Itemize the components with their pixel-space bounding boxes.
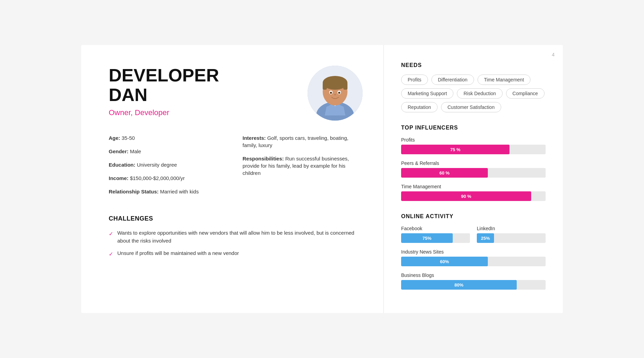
influencer-peers: Peers & Referrals 60 % [401, 160, 546, 178]
detail-interests: Interests: Golf, sports cars, traveling,… [243, 134, 363, 149]
influencer-time-value: 90 % [461, 194, 471, 199]
detail-responsibilities: Responsibilities: Run successful busines… [243, 155, 363, 177]
detail-age: Age: 35-50 [109, 134, 229, 142]
detail-income: Income: $150,000-$2,000,000/yr [109, 175, 229, 182]
detail-education: Education: University degree [109, 161, 229, 168]
activity-facebook-label: Facebook [401, 226, 470, 231]
right-panel: NEEDS Profits Differentiation Time Manag… [384, 45, 563, 313]
svg-rect-7 [323, 83, 327, 90]
influencer-peers-value: 60 % [439, 170, 450, 176]
influencer-time-label: Time Management [401, 184, 546, 189]
activity-linkedin-fill: 25% [477, 233, 494, 243]
persona-role: Owner, Developer [109, 108, 294, 117]
activity-facebook-value: 75% [422, 236, 431, 241]
needs-section: NEEDS Profits Differentiation Time Manag… [401, 62, 546, 112]
activity-linkedin: LinkedIn 25% [477, 226, 546, 243]
checkmark-icon-1: ✓ [109, 230, 113, 238]
profile-section: DEVELOPER DAN Owner, Developer [109, 66, 363, 121]
tag-risk-deduction: Risk Deduction [457, 88, 502, 99]
activity-facebook-fill: 75% [401, 233, 453, 243]
activity-blogs-value: 80% [454, 282, 463, 288]
needs-title: NEEDS [401, 62, 546, 68]
activity-industry-bar: 60% [401, 257, 546, 266]
influencer-profits-fill: 75 % [401, 145, 509, 154]
influencers-title: TOP INFLUENCERS [401, 125, 546, 131]
activity-industry-label: Industry News Sites [401, 249, 546, 255]
influencer-time: Time Management 90 % [401, 184, 546, 201]
activity-linkedin-value: 25% [481, 236, 490, 241]
activity-blogs-fill: 80% [401, 280, 517, 290]
activity-blogs-bar: 80% [401, 280, 546, 290]
influencer-peers-fill: 60 % [401, 168, 488, 178]
online-activity-section: ONLINE ACTIVITY Facebook 75% LinkedIn 25… [401, 213, 546, 290]
activity-business-blogs: Business Blogs 80% [401, 272, 546, 290]
tag-customer-satisfaction: Customer Satisfaction [441, 102, 501, 112]
influencer-profits: Profits 75 % [401, 137, 546, 154]
persona-name: DEVELOPER DAN [109, 66, 294, 105]
avatar [308, 66, 363, 121]
influencer-peers-bar: 60 % [401, 168, 546, 178]
checkmark-icon-2: ✓ [109, 250, 113, 258]
name-title: DEVELOPER DAN Owner, Developer [109, 66, 294, 117]
tag-differentiation: Differentiation [431, 75, 474, 85]
activity-linkedin-bar: 25% [477, 233, 546, 243]
activity-row-1: Facebook 75% LinkedIn 25% [401, 226, 546, 243]
needs-tags-row-2: Marketing Support Risk Deduction Complia… [401, 88, 546, 99]
challenges-section: CHALLENGES ✓ Wants to explore opportunit… [109, 215, 363, 258]
activity-blogs-label: Business Blogs [401, 272, 546, 278]
influencer-profits-value: 75 % [450, 147, 461, 152]
influencer-peers-label: Peers & Referrals [401, 160, 546, 166]
influencer-time-fill: 90 % [401, 191, 531, 201]
tag-profits: Profits [401, 75, 428, 85]
slide-container: 4 DEVELOPER DAN Owner, Developer [81, 45, 563, 313]
tag-time-management: Time Management [477, 75, 530, 85]
challenge-item-1: ✓ Wants to explore opportunities with ne… [109, 229, 363, 245]
influencer-time-bar: 90 % [401, 191, 546, 201]
challenge-text-2: Unsure if profits will be maintained wit… [117, 249, 239, 257]
influencer-profits-label: Profits [401, 137, 546, 143]
slide-number: 4 [552, 52, 555, 57]
online-activity-title: ONLINE ACTIVITY [401, 213, 546, 220]
activity-industry-news: Industry News Sites 60% [401, 249, 546, 266]
challenge-item-2: ✓ Unsure if profits will be maintained w… [109, 249, 363, 258]
activity-industry-fill: 60% [401, 257, 488, 266]
activity-linkedin-label: LinkedIn [477, 226, 546, 231]
tag-marketing-support: Marketing Support [401, 88, 453, 99]
influencer-profits-bar: 75 % [401, 145, 546, 154]
left-panel: DEVELOPER DAN Owner, Developer [81, 45, 383, 313]
challenge-text-1: Wants to explore opportunities with new … [117, 229, 363, 245]
detail-gender: Gender: Male [109, 148, 229, 155]
needs-tags-row-3: Reputation Customer Satisfaction [401, 102, 546, 112]
tag-compliance: Compliance [506, 88, 545, 99]
challenges-title: CHALLENGES [109, 215, 363, 222]
activity-facebook: Facebook 75% [401, 226, 470, 243]
activity-facebook-bar: 75% [401, 233, 470, 243]
activity-industry-value: 60% [440, 259, 449, 264]
details-grid: Age: 35-50 Gender: Male Education: Unive… [109, 134, 363, 201]
svg-point-12 [338, 92, 340, 94]
detail-relationship: Relationship Status: Married with kids [109, 188, 229, 195]
top-influencers-section: TOP INFLUENCERS Profits 75 % Peers & Ref… [401, 125, 546, 201]
needs-tags-row-1: Profits Differentiation Time Management [401, 75, 546, 85]
tag-reputation: Reputation [401, 102, 438, 112]
svg-point-11 [330, 92, 332, 94]
svg-rect-8 [343, 83, 347, 90]
